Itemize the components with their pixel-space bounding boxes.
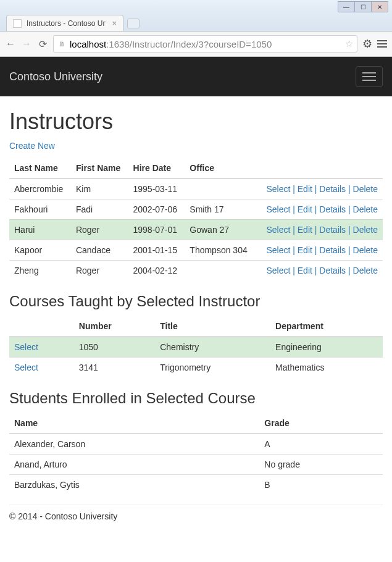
select-link[interactable]: Select bbox=[266, 225, 290, 235]
details-link[interactable]: Details bbox=[319, 204, 346, 214]
col-hire-date: Hire Date bbox=[128, 158, 185, 178]
page-icon: 🗎 bbox=[57, 40, 66, 48]
col-last-name: Last Name bbox=[9, 158, 71, 178]
edit-link[interactable]: Edit bbox=[298, 245, 312, 255]
col-course-dept: Department bbox=[270, 316, 383, 337]
edit-link[interactable]: Edit bbox=[298, 266, 312, 275]
course-select-link[interactable]: Select bbox=[14, 363, 38, 372]
browser-chrome: — ☐ ✕ Instructors - Contoso Univ × bbox=[0, 0, 392, 31]
navbar-toggle-button[interactable] bbox=[356, 66, 383, 87]
cell-actions: Select | Edit | Details | Delete bbox=[256, 178, 383, 199]
col-course-number: Number bbox=[74, 316, 155, 337]
cell-office bbox=[185, 178, 256, 199]
cell-last-name: Zheng bbox=[9, 261, 71, 281]
page-footer: © 2014 - Contoso University bbox=[9, 511, 383, 531]
col-actions bbox=[256, 158, 383, 178]
instructors-table: Last Name First Name Hire Date Office Ab… bbox=[9, 158, 383, 280]
cell-student-name: Alexander, Carson bbox=[9, 434, 259, 455]
cell-course-number: 1050 bbox=[74, 337, 155, 358]
details-link[interactable]: Details bbox=[319, 184, 346, 194]
cell-actions: Select | Edit | Details | Delete bbox=[256, 199, 383, 220]
address-bar[interactable]: 🗎 localhost:1638/Instructor/Index/3?cour… bbox=[53, 35, 357, 52]
edit-link[interactable]: Edit bbox=[298, 204, 312, 214]
cell-student-grade: A bbox=[259, 434, 383, 455]
cell-course-select: Select bbox=[9, 337, 74, 358]
cell-student-grade: B bbox=[259, 475, 383, 495]
cell-first-name: Kim bbox=[71, 178, 128, 199]
col-student-name: Name bbox=[9, 413, 259, 434]
cell-course-select: Select bbox=[9, 358, 74, 378]
student-row: Anand, ArturoNo grade bbox=[9, 455, 383, 475]
back-button[interactable]: ← bbox=[5, 38, 16, 49]
cell-hire-date: 2004-02-12 bbox=[128, 261, 185, 281]
url-host: localhost bbox=[70, 39, 106, 49]
course-select-link[interactable]: Select bbox=[14, 342, 38, 352]
instructor-row: AbercrombieKim1995-03-11Select | Edit | … bbox=[9, 178, 383, 199]
details-link[interactable]: Details bbox=[319, 266, 346, 275]
col-first-name: First Name bbox=[71, 158, 128, 178]
window-maximize-button[interactable]: ☐ bbox=[354, 1, 372, 12]
navbar-brand[interactable]: Contoso University bbox=[9, 70, 102, 83]
cell-student-name: Barzdukas, Gytis bbox=[9, 475, 259, 495]
delete-link[interactable]: Delete bbox=[353, 225, 378, 235]
details-link[interactable]: Details bbox=[319, 245, 346, 255]
cell-office bbox=[185, 261, 256, 281]
cell-first-name: Fadi bbox=[71, 199, 128, 220]
cell-student-name: Anand, Arturo bbox=[9, 455, 259, 475]
courses-table: Number Title Department Select1050Chemis… bbox=[9, 316, 383, 377]
course-row: Select3141TrigonometryMathematics bbox=[9, 358, 383, 378]
reload-button[interactable]: ⟳ bbox=[37, 38, 48, 50]
browser-toolbar: ← → ⟳ 🗎 localhost:1638/Instructor/Index/… bbox=[0, 31, 392, 57]
cell-last-name: Abercrombie bbox=[9, 178, 71, 199]
details-link[interactable]: Details bbox=[319, 225, 346, 235]
student-row: Alexander, CarsonA bbox=[9, 434, 383, 455]
site-navbar: Contoso University bbox=[0, 57, 392, 96]
new-tab-button[interactable] bbox=[127, 19, 140, 28]
cell-hire-date: 2002-07-06 bbox=[128, 199, 185, 220]
col-course-title: Title bbox=[155, 316, 270, 337]
browser-tab[interactable]: Instructors - Contoso Univ × bbox=[6, 15, 123, 31]
window-minimize-button[interactable]: — bbox=[338, 1, 355, 12]
cell-first-name: Roger bbox=[71, 220, 128, 240]
delete-link[interactable]: Delete bbox=[353, 266, 378, 275]
instructor-row: KapoorCandace2001-01-15Thompson 304Selec… bbox=[9, 240, 383, 261]
cell-office: Gowan 27 bbox=[185, 220, 256, 240]
cell-last-name: Harui bbox=[9, 220, 71, 240]
cell-course-title: Chemistry bbox=[155, 337, 270, 358]
course-row: Select1050ChemistryEngineering bbox=[9, 337, 383, 358]
instructor-row: HaruiRoger1998-07-01Gowan 27Select | Edi… bbox=[9, 220, 383, 240]
cell-first-name: Candace bbox=[71, 240, 128, 261]
delete-link[interactable]: Delete bbox=[353, 184, 378, 194]
cell-last-name: Fakhouri bbox=[9, 199, 71, 220]
delete-link[interactable]: Delete bbox=[353, 245, 378, 255]
col-student-grade: Grade bbox=[259, 413, 383, 434]
cell-course-dept: Mathematics bbox=[270, 358, 383, 378]
chrome-menu-icon[interactable] bbox=[377, 40, 387, 48]
cell-office: Smith 17 bbox=[185, 199, 256, 220]
tab-close-icon[interactable]: × bbox=[111, 19, 118, 28]
instructor-row: ZhengRoger2004-02-12Select | Edit | Deta… bbox=[9, 261, 383, 281]
cell-student-grade: No grade bbox=[259, 455, 383, 475]
instructor-row: FakhouriFadi2002-07-06Smith 17Select | E… bbox=[9, 199, 383, 220]
footer-divider bbox=[9, 505, 383, 505]
edit-link[interactable]: Edit bbox=[298, 225, 312, 235]
delete-link[interactable]: Delete bbox=[353, 204, 378, 214]
col-office: Office bbox=[185, 158, 256, 178]
settings-gear-icon[interactable]: ⚙ bbox=[362, 37, 372, 51]
edit-link[interactable]: Edit bbox=[298, 184, 312, 194]
cell-course-number: 3141 bbox=[74, 358, 155, 378]
forward-button[interactable]: → bbox=[21, 38, 32, 49]
cell-hire-date: 1995-03-11 bbox=[128, 178, 185, 199]
select-link[interactable]: Select bbox=[266, 204, 290, 214]
cell-actions: Select | Edit | Details | Delete bbox=[256, 240, 383, 261]
select-link[interactable]: Select bbox=[266, 184, 290, 194]
courses-heading: Courses Taught by Selected Instructor bbox=[9, 293, 383, 310]
select-link[interactable]: Select bbox=[266, 266, 290, 275]
create-new-link[interactable]: Create New bbox=[9, 141, 55, 151]
select-link[interactable]: Select bbox=[266, 245, 290, 255]
url-path: :1638/Instructor/Index/3?courseID=1050 bbox=[106, 39, 272, 49]
cell-actions: Select | Edit | Details | Delete bbox=[256, 220, 383, 240]
window-close-button[interactable]: ✕ bbox=[371, 1, 388, 12]
bookmark-icon[interactable]: ☆ bbox=[345, 38, 353, 49]
cell-hire-date: 2001-01-15 bbox=[128, 240, 185, 261]
